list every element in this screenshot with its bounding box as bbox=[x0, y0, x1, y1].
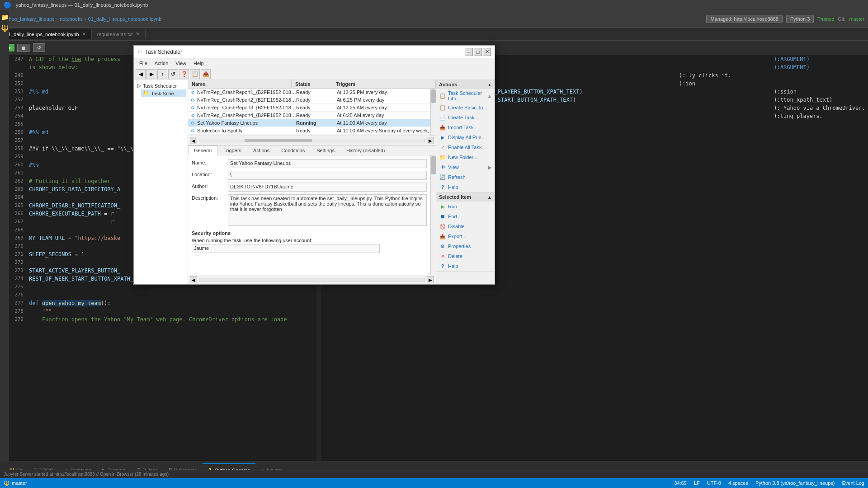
selected-item-header[interactable]: Selected Item ▲ bbox=[436, 192, 495, 202]
tab-general[interactable]: General bbox=[188, 145, 217, 155]
tasks-list[interactable]: ⚙ NvTmRep_CrashReport1_{B2FE1952-0186-46… bbox=[188, 89, 436, 136]
tab-notebook[interactable]: 01_daily_lineups_notebook.ipynb ✕ bbox=[0, 29, 92, 39]
action-refresh[interactable]: 🔄 Refresh bbox=[436, 172, 495, 182]
tasks-col-name: Name bbox=[188, 80, 292, 88]
user-account-value[interactable]: Jaume bbox=[192, 244, 380, 253]
tasks-nav-prev[interactable]: ◀ bbox=[190, 137, 197, 144]
detail-description-value[interactable]: This task has been created to automate t… bbox=[228, 194, 427, 226]
detail-author-value[interactable]: DESKTOP-V6FD71B\Jaume bbox=[228, 183, 427, 192]
tasks-col-status: Status bbox=[292, 80, 332, 88]
action-create-task[interactable]: 📄 Create Task... bbox=[436, 113, 495, 122]
detail-location-label: Location: bbox=[192, 171, 228, 177]
tasks-scroll-h-thumb[interactable] bbox=[245, 139, 312, 142]
add-config-button[interactable]: Managed: http://localhost:8888 bbox=[706, 15, 782, 23]
toolbar-forward-button[interactable]: ▶ bbox=[146, 69, 156, 79]
status-event-log[interactable]: Event Log bbox=[842, 480, 864, 486]
tree-child-label: Task Sche... bbox=[151, 91, 178, 96]
action-import-task[interactable]: 📥 Import Task... bbox=[436, 122, 495, 132]
task-row-1[interactable]: ⚙ NvTmRep_CrashReport2_{B2FE1952-0186-46… bbox=[188, 96, 436, 104]
tree-item-child[interactable]: 📁 Task Sche... bbox=[141, 89, 186, 97]
detail-location-row: Location: \ bbox=[192, 171, 427, 180]
tab-requirements[interactable]: requirements.txt ✕ bbox=[92, 29, 146, 39]
dialog-maximize-button[interactable]: □ bbox=[474, 48, 482, 56]
action-properties[interactable]: ⚙ Properties bbox=[436, 241, 495, 251]
tasks-nav-next[interactable]: ▶ bbox=[427, 137, 434, 144]
tab-notebook-close[interactable]: ✕ bbox=[82, 31, 86, 37]
action-run[interactable]: ▶ Run bbox=[436, 202, 495, 211]
detail-location-value[interactable]: \ bbox=[228, 171, 427, 180]
toolbar-up-button[interactable]: ↑ bbox=[157, 69, 167, 79]
help-selected-icon: ? bbox=[439, 263, 446, 270]
tab-actions[interactable]: Actions bbox=[247, 145, 275, 155]
actions-header[interactable]: Actions ▲ bbox=[436, 80, 495, 89]
dialog-menu-view[interactable]: View bbox=[172, 60, 190, 67]
details-nav-prev[interactable]: ◀ bbox=[190, 276, 197, 283]
tab-conditions[interactable]: Conditions bbox=[275, 145, 311, 155]
stop-button[interactable]: ⏹ bbox=[17, 44, 30, 52]
sidebar-icon-project[interactable]: 📁 bbox=[1, 14, 9, 21]
details-scrollbar-h[interactable] bbox=[199, 278, 425, 282]
action-create-basic-task[interactable]: 📋 Create Basic Ta... bbox=[436, 103, 495, 113]
task-row-3[interactable]: ⚙ NvTmRep_CrashReport4_{B2FE1952-0186-46… bbox=[188, 112, 436, 119]
tasks-scroll-thumb[interactable] bbox=[431, 89, 436, 103]
toolbar-back-button[interactable]: ◀ bbox=[136, 69, 146, 79]
action-delete[interactable]: ✕ Delete bbox=[436, 251, 495, 261]
action-end[interactable]: ⏹ End bbox=[436, 211, 495, 221]
dialog-body: ▷ Task Scheduler 📁 Task Sche... Name Sta… bbox=[134, 80, 495, 284]
sidebar-icon-git[interactable]: 🔱 bbox=[1, 24, 9, 32]
detail-description-row: Description: This task has been created … bbox=[192, 194, 427, 226]
action-help-main[interactable]: ? Help bbox=[436, 182, 495, 192]
tab-settings[interactable]: Settings bbox=[311, 145, 340, 155]
task-status-1: Ready bbox=[296, 97, 337, 103]
tab-requirements-close[interactable]: ✕ bbox=[136, 31, 140, 37]
task-row-0[interactable]: ⚙ NvTmRep_CrashReport1_{B2FE1952-0186-46… bbox=[188, 89, 436, 96]
action-task-scheduler-lib[interactable]: 📋 Task Scheduler Libr... ▲ bbox=[436, 89, 495, 103]
task-row-2[interactable]: ⚙ NvTmRep_CrashReport3_{B2FE1952-0186-46… bbox=[188, 104, 436, 112]
action-export[interactable]: 📤 Export... bbox=[436, 231, 495, 241]
action-display-all-run[interactable]: ▶ Display All Run... bbox=[436, 132, 495, 142]
task-icon-0: ⚙ bbox=[188, 90, 197, 95]
status-git[interactable]: 🔱 master bbox=[4, 480, 27, 486]
tab-triggers[interactable]: Triggers bbox=[217, 145, 247, 155]
tab-history[interactable]: History (disabled) bbox=[340, 145, 391, 155]
dialog-minimize-button[interactable]: ─ bbox=[465, 48, 473, 56]
action-new-folder-label: New Folder... bbox=[448, 155, 477, 160]
breadcrumb-notebooks[interactable]: notebooks bbox=[60, 16, 83, 22]
dialog-menubar: File Action View Help bbox=[134, 58, 495, 68]
action-disable[interactable]: 🚫 Disable bbox=[436, 221, 495, 231]
details-scrollbar[interactable] bbox=[430, 155, 436, 275]
detail-name-value[interactable]: Set Yahoo Fantasy Lineups bbox=[228, 159, 427, 168]
action-disable-label: Disable bbox=[448, 224, 465, 229]
task-row-4[interactable]: ⚙ Set Yahoo Fantasy Lineups Running At 1… bbox=[188, 119, 436, 127]
tree-item-root[interactable]: ▷ Task Scheduler bbox=[136, 82, 186, 89]
details-nav: ◀ ▶ bbox=[188, 275, 436, 284]
action-new-folder[interactable]: 📁 New Folder... bbox=[436, 152, 495, 162]
dialog-close-button[interactable]: ✕ bbox=[483, 48, 491, 56]
action-view[interactable]: 👁 View ▶ bbox=[436, 162, 495, 172]
dialog-menu-action[interactable]: Action bbox=[151, 60, 172, 67]
toolbar-properties-button[interactable]: 📋 bbox=[190, 69, 200, 79]
toolbar-refresh-button[interactable]: ↺ bbox=[168, 69, 178, 79]
tasks-scrollbar-h[interactable] bbox=[199, 139, 425, 142]
breadcrumb-file[interactable]: 01_daily_lineups_notebook.ipynb bbox=[88, 16, 162, 22]
details-scroll-thumb[interactable] bbox=[431, 156, 436, 174]
details-nav-next[interactable]: ▶ bbox=[427, 276, 434, 283]
task-row-5[interactable]: ⚙ Soulection to Spotify Ready At 11:00 A… bbox=[188, 127, 436, 135]
task-name-3: NvTmRep_CrashReport4_{B2FE1952-0186-46C3… bbox=[197, 113, 296, 118]
dialog-window-controls: ─ □ ✕ bbox=[465, 48, 491, 56]
toolbar-export-button[interactable]: 📤 bbox=[201, 69, 211, 79]
task-icon-5: ⚙ bbox=[188, 128, 197, 133]
action-enable-all-task[interactable]: ✓ Enable All Task... bbox=[436, 142, 495, 152]
disable-icon: 🚫 bbox=[439, 223, 446, 230]
task-icon-4: ⚙ bbox=[188, 121, 197, 126]
jupyter-server-info: Jupyter Server started at http://localho… bbox=[4, 472, 169, 477]
dialog-menu-file[interactable]: File bbox=[136, 60, 151, 67]
breadcrumb-app[interactable]: yahoo_fantasy_lineups bbox=[4, 16, 55, 22]
python-version-selector[interactable]: Python 3 bbox=[786, 15, 814, 23]
tasks-scrollbar[interactable] bbox=[430, 89, 436, 136]
dialog-menu-help[interactable]: Help bbox=[190, 60, 208, 67]
action-help-selected[interactable]: ? Help bbox=[436, 261, 495, 271]
toolbar-help-button[interactable]: ❓ bbox=[179, 69, 189, 79]
detail-author-label: Author: bbox=[192, 183, 228, 189]
restart-button[interactable]: ↺ bbox=[33, 43, 45, 52]
